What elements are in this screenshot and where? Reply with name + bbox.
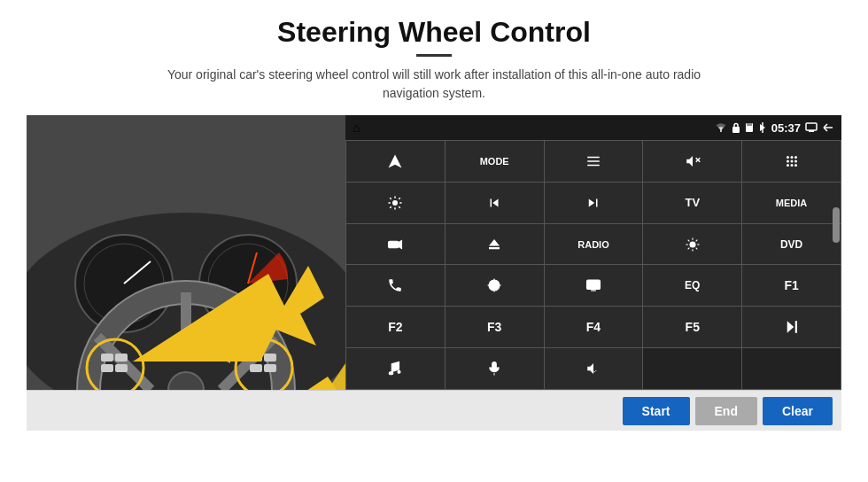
mic-button[interactable] (446, 348, 544, 389)
f5-button[interactable]: F5 (643, 307, 741, 347)
svg-line-63 (695, 239, 697, 241)
music-button[interactable] (346, 348, 445, 389)
cam360-button[interactable]: 360 (346, 224, 445, 265)
nav-button[interactable] (346, 141, 445, 182)
status-time: 05:37 (771, 121, 801, 135)
svg-text:360: 360 (390, 244, 395, 247)
status-bar: ⌂ (345, 115, 841, 140)
mute-button[interactable] (643, 141, 741, 182)
content-row: ⌂ (27, 115, 841, 390)
svg-line-61 (695, 247, 697, 249)
svg-line-62 (687, 247, 689, 249)
empty-button-5 (742, 348, 841, 389)
cast-icon (805, 122, 818, 133)
sd-icon (745, 122, 754, 133)
settings-button[interactable] (346, 183, 445, 223)
playpause-button[interactable] (742, 307, 841, 347)
svg-rect-74 (794, 321, 796, 333)
brightness-button[interactable] (643, 224, 741, 265)
svg-rect-36 (809, 130, 814, 132)
prev-button[interactable] (446, 183, 544, 223)
dvd-button[interactable]: DVD (742, 224, 841, 265)
svg-point-50 (794, 164, 797, 167)
svg-rect-39 (587, 165, 600, 167)
f4-button[interactable]: F4 (545, 307, 643, 347)
tv-button[interactable]: TV (643, 183, 741, 223)
volphone-button[interactable] (545, 348, 643, 389)
eject-button[interactable] (446, 224, 544, 265)
svg-point-65 (492, 284, 497, 288)
phone-button[interactable] (346, 265, 445, 306)
svg-line-60 (687, 239, 689, 241)
svg-point-49 (790, 164, 793, 167)
radio-button[interactable]: RADIO (545, 224, 643, 265)
svg-rect-35 (806, 123, 817, 130)
svg-point-43 (790, 156, 793, 159)
svg-point-46 (790, 159, 793, 162)
next-button[interactable] (545, 183, 643, 223)
apps-button[interactable] (742, 141, 841, 182)
svg-point-29 (720, 130, 722, 132)
svg-rect-38 (587, 160, 600, 162)
f2-button[interactable]: F2 (346, 307, 445, 347)
f1-button[interactable]: F1 (742, 265, 841, 306)
media-button[interactable]: MEDIA (742, 183, 841, 223)
svg-point-75 (398, 370, 400, 373)
car-image-area (27, 115, 345, 390)
back-icon[interactable] (822, 122, 834, 133)
svg-point-44 (794, 156, 797, 159)
bottom-bar: Start End Clear (27, 390, 841, 431)
scroll-hint (833, 207, 840, 243)
page-subtitle: Your original car's steering wheel contr… (151, 66, 717, 103)
wifi-icon (715, 123, 727, 132)
svg-point-48 (787, 164, 789, 167)
page-title: Steering Wheel Control (277, 16, 591, 49)
svg-rect-17 (101, 354, 113, 362)
page-container: Steering Wheel Control Your original car… (0, 0, 868, 482)
svg-rect-37 (587, 157, 600, 159)
svg-point-47 (794, 159, 797, 162)
svg-point-42 (787, 156, 789, 159)
clear-button[interactable]: Clear (763, 397, 833, 425)
button-grid: MODE TV (345, 140, 841, 390)
mode-button[interactable]: MODE (446, 141, 544, 182)
gps-button[interactable] (446, 265, 544, 306)
lock-icon (732, 122, 740, 133)
svg-rect-30 (732, 127, 740, 133)
end-button[interactable]: End (695, 397, 757, 425)
screen-button[interactable] (545, 265, 643, 306)
svg-rect-19 (101, 364, 113, 372)
svg-point-45 (787, 159, 789, 162)
svg-point-51 (393, 200, 398, 205)
svg-marker-28 (177, 310, 266, 363)
title-divider (416, 54, 452, 57)
empty-button-4 (643, 348, 741, 389)
svg-point-55 (690, 242, 695, 247)
eq-button[interactable]: EQ (643, 265, 741, 306)
f3-button[interactable]: F3 (446, 307, 544, 347)
svg-marker-73 (787, 321, 794, 333)
svg-rect-18 (115, 354, 128, 362)
svg-rect-70 (586, 280, 600, 290)
list-button[interactable] (545, 141, 643, 182)
bt-icon (758, 121, 767, 134)
home-icon[interactable]: ⌂ (353, 120, 360, 135)
svg-rect-20 (115, 364, 128, 372)
svg-rect-54 (489, 247, 500, 249)
start-button[interactable]: Start (623, 397, 690, 425)
